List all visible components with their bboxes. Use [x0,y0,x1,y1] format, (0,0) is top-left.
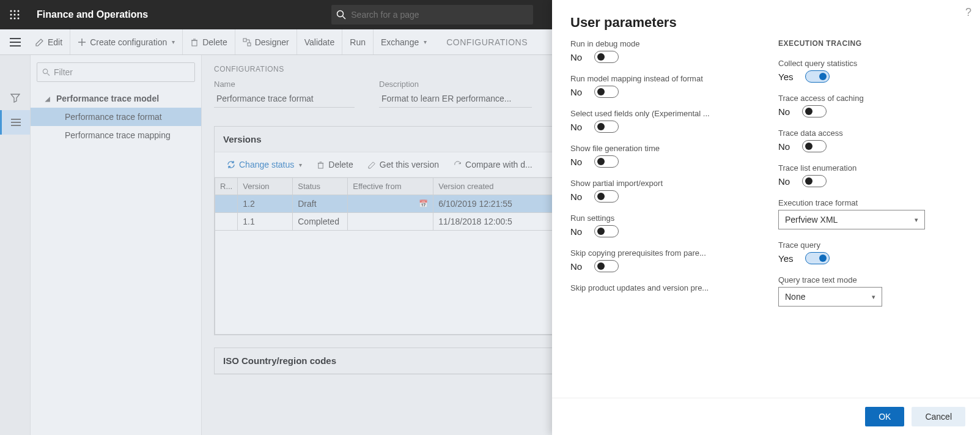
list-rail-icon[interactable] [0,110,30,135]
svg-point-9 [337,11,344,17]
compare-label: Compare with d... [465,160,532,169]
col-effective[interactable]: Effective from [348,178,433,195]
param-value: No [778,141,790,152]
filter-rail-icon[interactable] [0,86,30,110]
param-value: No [570,226,582,237]
help-icon[interactable]: ? [965,6,971,19]
svg-rect-12 [10,42,21,43]
tree-node-format[interactable]: Performance trace format [31,108,201,126]
col-status[interactable]: Status [293,178,348,195]
panel-footer: OK Cancel [552,398,980,435]
tracing-section-heading: EXECUTION TRACING [778,39,937,48]
edit-button[interactable]: Edit [28,29,70,54]
app-title: Finance and Operations [37,9,148,20]
dropdown-textmode[interactable]: None▾ [778,287,882,307]
col-r[interactable]: R... [215,178,238,195]
designer-button[interactable]: Designer [235,29,297,54]
app-launcher-icon[interactable] [5,5,24,24]
pencil-icon [35,38,44,46]
calendar-icon[interactable]: 📅 [419,199,428,208]
search-icon [336,10,346,20]
param-label: Execution trace format [778,198,937,207]
param-collect: Collect query statistics Yes [778,59,937,83]
name-value[interactable]: Performance trace format [214,91,355,108]
dropdown-format[interactable]: Perfview XML▾ [778,210,925,229]
hamburger-icon[interactable] [2,38,28,46]
param-label: Query trace text mode [778,275,937,284]
svg-rect-16 [248,43,251,46]
param-usedfields: Select used fields only (Experimental ..… [570,109,748,133]
param-label: Trace list enumeration [778,163,937,173]
svg-point-7 [14,18,16,20]
param-label: Trace query [778,240,937,250]
param-label: Show file generation time [570,144,748,153]
toggle-debug[interactable] [594,51,619,63]
svg-rect-18 [11,122,21,123]
dd-value: Perfview XML [785,215,838,225]
param-value: Yes [778,72,793,82]
param-filegen: Show file generation time No [570,144,748,168]
param-format: Execution trace format Perfview XML▾ [778,198,937,229]
toggle-usedfields[interactable] [594,121,619,133]
filter-box[interactable] [37,62,195,82]
param-value: No [570,52,582,62]
toggle-skipcopy[interactable] [594,260,619,272]
desc-value[interactable]: Format to learn ER performance... [379,91,532,108]
change-status-label: Change status [239,160,294,169]
param-value: No [570,261,582,272]
toggle-filegen[interactable] [594,155,619,168]
cell-effective [348,213,433,231]
tree-node-root[interactable]: ◢Performance trace model [31,89,201,108]
ok-button[interactable]: OK [865,407,904,426]
global-search[interactable] [331,5,533,24]
delete-button[interactable]: Delete [183,29,235,54]
delete-v-label: Delete [328,160,353,169]
toggle-collect[interactable] [805,70,830,83]
param-modelmap: Run model mapping instead of format No [570,74,748,98]
name-label: Name [214,80,355,89]
toggle-caching[interactable] [802,105,827,117]
cell-version: 1.2 [238,195,293,213]
param-label: Skip product updates and version pre... [570,283,748,292]
version-delete-button[interactable]: Delete [311,157,359,172]
collapse-icon: ◢ [45,95,51,102]
param-value: No [570,122,582,132]
field-description: Description Format to learn ER performan… [379,80,532,108]
create-label: Create configuration [90,37,167,47]
cell-status: Completed [293,213,348,231]
change-status-button[interactable]: Change status ▾ [221,157,308,172]
exchange-button[interactable]: Exchange ▾ [374,29,434,54]
page-tab-name: CONFIGURATIONS [446,37,528,47]
chevron-down-icon: ▾ [172,39,175,45]
tree-label: Performance trace format [65,112,162,122]
trash-icon [190,38,199,46]
tree-label: Performance trace model [56,94,159,103]
toggle-runset[interactable] [594,225,619,237]
compare-button[interactable]: Compare with d... [448,157,539,172]
param-runset: Run settings No [570,214,748,237]
toggle-modelmap[interactable] [594,86,619,98]
param-value: Yes [778,253,793,264]
toggle-listenum[interactable] [802,175,827,187]
get-version-button[interactable]: Get this version [362,157,445,172]
param-label: Skip copying prerequisites from pare... [570,248,748,258]
toggle-dataacc[interactable] [802,140,827,152]
param-value: No [570,157,582,167]
chevron-down-icon: ▾ [424,39,427,45]
search-input[interactable] [351,10,528,20]
tree-node-mapping[interactable]: Performance trace mapping [31,126,201,144]
filter-input[interactable] [54,67,190,77]
get-label: Get this version [380,160,439,169]
run-button[interactable]: Run [342,29,374,54]
param-partial: Show partial import/export No [570,179,748,203]
user-parameters-panel: ? User parameters Run in debug mode No R… [552,0,980,435]
svg-point-0 [10,10,12,12]
create-config-button[interactable]: Create configuration ▾ [70,29,183,54]
toggle-partial[interactable] [594,190,619,203]
toggle-tracequery[interactable] [805,252,830,264]
cell-version: 1.1 [238,213,293,231]
cancel-button[interactable]: Cancel [912,407,965,426]
validate-button[interactable]: Validate [297,29,343,54]
col-version[interactable]: Version [238,178,293,195]
param-value: No [570,87,582,97]
